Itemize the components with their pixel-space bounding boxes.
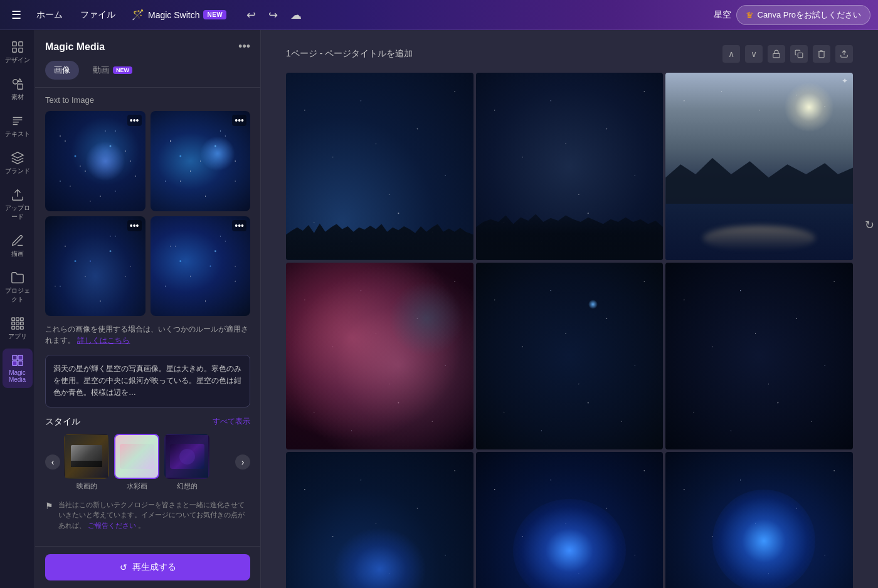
svg-rect-3 <box>18 48 22 52</box>
tab-video[interactable]: 動画 NEW <box>84 61 141 80</box>
panel-image-4[interactable]: ••• <box>151 216 251 317</box>
sidebar-item-project[interactable]: プロジェクト <box>3 266 33 309</box>
canvas-image-1[interactable] <box>286 73 473 260</box>
sidebar-item-text[interactable]: テキスト <box>3 109 33 144</box>
canvas-image-9[interactable] <box>665 452 853 588</box>
svg-rect-18 <box>18 361 22 365</box>
regenerate-button[interactable]: ↺ 再生成する <box>45 554 250 580</box>
panel-header: Magic Media ••• <box>35 30 260 61</box>
svg-rect-13 <box>16 327 19 330</box>
panel-image-1-more[interactable]: ••• <box>127 115 142 126</box>
stars-overlay-3 <box>45 216 145 317</box>
page-export-button[interactable] <box>835 45 853 63</box>
style-label-watercolor: 水彩画 <box>127 481 147 491</box>
tab-image-label: 画像 <box>54 65 70 76</box>
page-collapse-button[interactable]: ∨ <box>745 45 763 63</box>
nav-home-link[interactable]: ホーム <box>30 6 69 24</box>
sidebar-item-brand[interactable]: ブランド <box>3 146 33 181</box>
canvas-image-2[interactable] <box>476 73 664 260</box>
notice-box: ⚑ 当社はこの新しいテクノロジーを皆さまと一緒に進化させていきたいと考えています… <box>45 500 250 531</box>
stars-overlay-2 <box>151 111 251 211</box>
canvas-image-6[interactable] <box>665 263 853 450</box>
sidebar-item-draw[interactable]: 描画 <box>3 229 33 263</box>
canvas-stars-6 <box>665 263 853 450</box>
stars-overlay-1 <box>45 111 145 211</box>
rules-link[interactable]: 詳しくはこちら <box>77 336 130 345</box>
page-title-label: 星空 <box>714 9 731 21</box>
notice-link[interactable]: ご報告ください <box>88 522 136 529</box>
left-panel-inner: Text to Image ••• ••• ••• <box>35 88 260 546</box>
canvas-refresh-button[interactable]: ↻ <box>865 218 874 232</box>
undo-redo-group: ↩ ↪ ☁ <box>241 6 307 24</box>
prompt-box[interactable]: 満天の星が輝く星空の写真画像。星は大きめ。寒色のみを使用。星空の中央に銀河が映っ… <box>45 355 250 407</box>
style-item-fantasy[interactable]: 幻想的 <box>164 434 209 491</box>
canvas-image-5[interactable] <box>476 263 664 450</box>
page-lock-button[interactable] <box>768 45 785 63</box>
menu-icon[interactable]: ☰ <box>8 4 25 26</box>
page-delete-button[interactable] <box>813 45 830 63</box>
panel-image-grid: ••• ••• ••• ••• <box>45 111 250 316</box>
canvas-image-3[interactable] <box>665 73 853 260</box>
sidebar-item-apps[interactable]: アプリ <box>3 312 33 346</box>
canvas-image-grid-1 <box>286 73 853 588</box>
text-to-image-label: Text to Image <box>45 95 250 105</box>
sidebar-item-upload[interactable]: アップロード <box>3 183 33 226</box>
svg-rect-19 <box>773 53 780 57</box>
style-item-watercolor[interactable]: 水彩画 <box>114 434 159 491</box>
tab-video-badge: NEW <box>113 66 132 74</box>
style-item-cinematic[interactable]: 映画的 <box>64 434 109 491</box>
page-duplicate-button[interactable] <box>790 45 808 63</box>
sidebar-label-elements: 素材 <box>11 93 24 102</box>
style-header: スタイル すべて表示 <box>45 416 250 428</box>
svg-rect-14 <box>20 327 23 330</box>
carousel-next-button[interactable]: › <box>235 454 250 470</box>
flag-icon: ⚑ <box>45 501 53 511</box>
nav-file-link[interactable]: ファイル <box>74 6 122 24</box>
svg-rect-20 <box>798 53 803 58</box>
canvas-image-8[interactable] <box>476 452 664 588</box>
svg-point-4 <box>13 80 17 84</box>
sidebar-item-design[interactable]: デザイン <box>3 35 33 70</box>
magic-switch-icon: 🪄 <box>132 9 144 21</box>
carousel-prev-button[interactable]: ‹ <box>45 454 60 470</box>
svg-rect-17 <box>12 361 16 365</box>
prompt-text: 満天の星が輝く星空の写真画像。星は大きめ。寒色のみを使用。星空の中央に銀河が映っ… <box>53 363 242 399</box>
svg-rect-8 <box>20 318 23 321</box>
crown-icon: ♛ <box>746 10 754 20</box>
panel-image-3-more[interactable]: ••• <box>127 220 142 231</box>
canvas-image-7[interactable] <box>286 452 473 588</box>
svg-rect-1 <box>18 42 22 46</box>
sidebar-label-upload: アップロード <box>5 204 30 221</box>
sidebar-label-draw: 描画 <box>11 249 24 258</box>
regenerate-label: 再生成する <box>132 562 176 573</box>
svg-rect-11 <box>20 322 23 325</box>
panel-image-2-more[interactable]: ••• <box>232 115 246 126</box>
sidebar-label-design: デザイン <box>5 56 30 65</box>
tab-image[interactable]: 画像 <box>45 61 79 80</box>
page-1-actions: ∧ ∨ <box>722 45 853 63</box>
page-1-header: 1ページ - ページタイトルを追加 ∧ ∨ <box>286 45 853 63</box>
regenerate-icon: ↺ <box>120 562 127 572</box>
undo-button[interactable]: ↩ <box>241 6 261 24</box>
panel-image-3[interactable]: ••• <box>45 216 145 317</box>
svg-rect-15 <box>12 355 16 360</box>
panel-image-4-more[interactable]: ••• <box>232 220 246 231</box>
sidebar-item-elements[interactable]: 素材 <box>3 72 33 107</box>
cloud-save-button[interactable]: ☁ <box>285 6 307 24</box>
canva-pro-button[interactable]: ♛ Canva Proをお試しください <box>736 5 870 25</box>
svg-rect-16 <box>18 355 22 360</box>
canvas-image-4[interactable] <box>286 263 473 450</box>
page-expand-button[interactable]: ∧ <box>722 45 740 63</box>
svg-rect-0 <box>12 42 16 46</box>
style-label-fantasy: 幻想的 <box>177 481 198 491</box>
redo-button[interactable]: ↪ <box>263 6 283 24</box>
panel-image-1[interactable]: ••• <box>45 111 145 211</box>
show-all-link[interactable]: すべて表示 <box>213 416 250 427</box>
panel-image-2[interactable]: ••• <box>151 111 251 211</box>
style-carousel: ‹ 映画的 <box>45 434 250 491</box>
sidebar-item-magic-media[interactable]: Magic Media <box>3 349 33 388</box>
panel-more-button[interactable]: ••• <box>238 40 250 53</box>
water-reflection <box>703 226 815 251</box>
sidebar-label-text: テキスト <box>5 130 30 139</box>
nav-magic-switch[interactable]: 🪄 Magic Switch NEW <box>127 6 231 23</box>
